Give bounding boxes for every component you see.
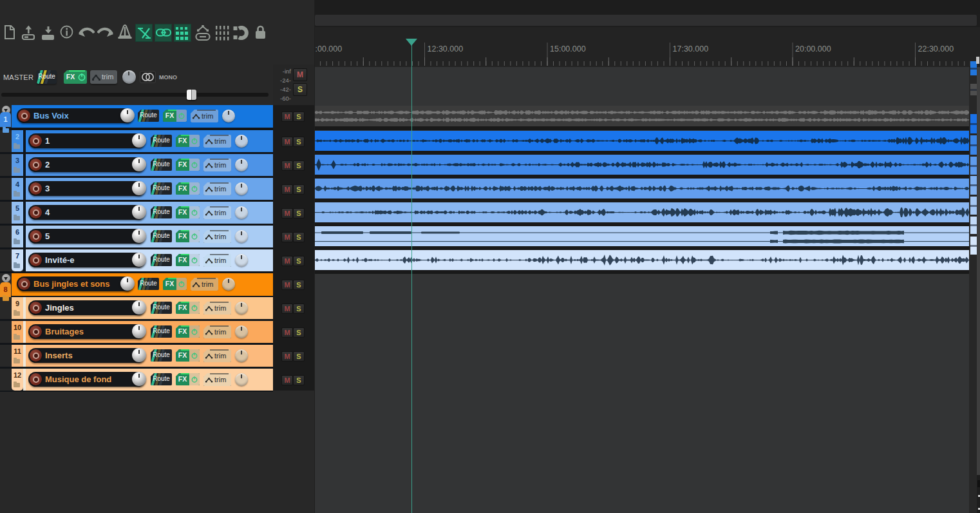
svg-text::00.000: :00.000: [316, 44, 343, 53]
svg-text:22:30.000: 22:30.000: [918, 44, 954, 53]
svg-text:20:00.000: 20:00.000: [795, 44, 831, 53]
svg-text:17:30.000: 17:30.000: [673, 44, 709, 53]
svg-text:12:30.000: 12:30.000: [428, 44, 464, 53]
svg-text:15:00.000: 15:00.000: [550, 44, 586, 53]
